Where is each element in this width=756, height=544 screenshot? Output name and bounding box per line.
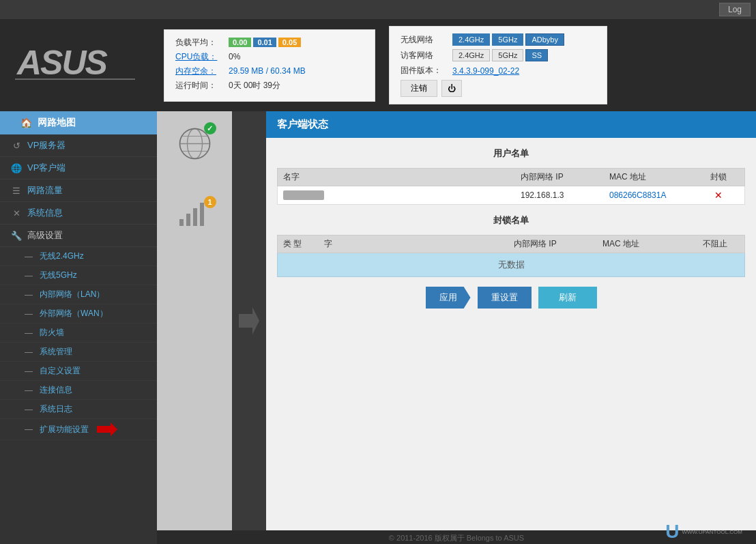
sidebar-item-advanced[interactable]: 🔧 高级设置 bbox=[0, 225, 157, 247]
header: ASUS 负载平均： 0.00 0.01 0.05 CPU负载： 0% 内存空余… bbox=[0, 19, 756, 111]
sidebar-sub-wan-label: 外部网络（WAN） bbox=[40, 308, 108, 319]
wifi-buttons: 2.4GHz 5GHz ADbyby bbox=[452, 33, 564, 46]
blocked-table-header: 类 型 字 内部网络 IP MAC 地址 不阻止 bbox=[277, 235, 745, 253]
wireless-box: 无线网络 2.4GHz 5GHz ADbyby 访客网络 2.4GHz 5GHz… bbox=[389, 26, 607, 104]
col-name2: 字 bbox=[324, 238, 514, 250]
refresh-button[interactable]: 刷新 bbox=[538, 287, 597, 309]
action-buttons-row: 应用 重设置 刷新 bbox=[277, 287, 745, 309]
sidebar-sub-firewall[interactable]: — 防火墙 bbox=[0, 324, 157, 343]
svg-marker-13 bbox=[239, 307, 259, 334]
guest-2.4ghz-button[interactable]: 2.4GHz bbox=[452, 49, 490, 61]
cpu-label[interactable]: CPU负载： bbox=[175, 51, 223, 63]
firmware-label: 固件版本： bbox=[401, 65, 448, 76]
user-list-title: 用户名单 bbox=[277, 145, 745, 162]
user-ip-cell: 192.168.1.3 bbox=[521, 190, 609, 200]
blurred-name bbox=[283, 190, 324, 200]
dash-icon-3: — bbox=[25, 309, 33, 319]
power-button[interactable]: ⏻ bbox=[441, 80, 462, 97]
sidebar-sub-syslog[interactable]: — 系统日志 bbox=[0, 400, 157, 419]
guest-buttons: 2.4GHz 5GHz SS bbox=[452, 49, 548, 61]
sidebar-header-networkmap[interactable]: 🏠 网路地图 bbox=[0, 111, 157, 134]
log-button[interactable]: Log bbox=[719, 3, 751, 16]
vpclient-icon: 🌐 bbox=[11, 163, 22, 173]
logo-area: ASUS bbox=[14, 42, 150, 89]
col-block: 封锁 bbox=[698, 171, 739, 183]
content-area: ✓ 1 bbox=[157, 111, 756, 544]
sidebar-sub-lan-label: 内部网络（LAN） bbox=[40, 289, 104, 300]
sidebar-sub-wifi5-label: 无线5GHz bbox=[40, 270, 77, 281]
vpserver-icon: ↺ bbox=[11, 141, 22, 151]
load-badges: 0.00 0.01 0.05 bbox=[229, 38, 301, 47]
col-name: 名字 bbox=[283, 171, 521, 183]
upantool-logo: U WWW.UPANTOOL.COM bbox=[665, 521, 742, 543]
col-unblock: 不阻止 bbox=[691, 238, 739, 250]
guest-5ghz-button[interactable]: 5GHz bbox=[492, 49, 523, 61]
apply-button[interactable]: 应用 bbox=[426, 287, 471, 309]
sidebar-item-sysinfo[interactable]: ✕ 系统信息 bbox=[0, 202, 157, 225]
sidebar-sub-conninfo[interactable]: — 连接信息 bbox=[0, 381, 157, 400]
wifi-map-icon: 1 bbox=[176, 199, 214, 231]
user-mac-cell: 086266C8831A bbox=[609, 190, 698, 200]
col-ip2: 内部网络 IP bbox=[514, 238, 602, 250]
col-ip: 内部网络 IP bbox=[521, 171, 609, 183]
svg-rect-10 bbox=[186, 214, 190, 226]
sidebar-item-vpserver-label: VP服务器 bbox=[27, 139, 66, 152]
firmware-value[interactable]: 3.4.3.9-099_02-22 bbox=[452, 66, 519, 76]
load-badge-1: 0.01 bbox=[253, 38, 276, 47]
uptime-value: 0天 00时 39分 bbox=[229, 80, 280, 91]
blocked-title: 封锁名单 bbox=[277, 212, 745, 229]
wifi-2.4ghz-button[interactable]: 2.4GHz bbox=[452, 33, 490, 46]
map-and-panel: ✓ 1 bbox=[157, 111, 756, 530]
dash-icon-4: — bbox=[25, 328, 33, 338]
sidebar-sub-custom[interactable]: — 自定义设置 bbox=[0, 362, 157, 381]
uptime-label: 运行时间： bbox=[175, 80, 223, 91]
upantool-sub: WWW.UPANTOOL.COM bbox=[682, 529, 742, 535]
footer: © 2011-2016 版权属于 Belongs to ASUS U WWW.U… bbox=[157, 530, 756, 544]
wifi-5ghz-button[interactable]: 5GHz bbox=[492, 33, 523, 46]
sidebar-sub-sysadmin-label: 系统管理 bbox=[40, 346, 72, 358]
client-status-body: 用户名单 名字 内部网络 IP MAC 地址 封锁 192.168.1.3 bbox=[266, 138, 756, 530]
blocked-list-section: 封锁名单 类 型 字 内部网络 IP MAC 地址 不阻止 无数据 bbox=[277, 212, 745, 277]
dash-icon-8: — bbox=[25, 405, 33, 414]
wifi-count-badge: 1 bbox=[204, 196, 216, 208]
sidebar-sub-wifi5[interactable]: — 无线5GHz bbox=[0, 266, 157, 285]
table-row: 192.168.1.3 086266C8831A ✕ bbox=[277, 186, 745, 205]
dash-icon-9: — bbox=[25, 425, 33, 434]
no-data-row: 无数据 bbox=[277, 253, 745, 277]
client-status-title: 客户端状态 bbox=[277, 118, 328, 130]
sidebar-sub-sysadmin[interactable]: — 系统管理 bbox=[0, 343, 157, 362]
guest-label: 访客网络 bbox=[401, 50, 448, 61]
dash-icon-2: — bbox=[25, 290, 33, 300]
copyright-text: © 2011-2016 版权属于 Belongs to ASUS bbox=[389, 534, 524, 542]
sidebar-sub-wan[interactable]: — 外部网络（WAN） bbox=[0, 304, 157, 324]
sidebar: 🏠 网路地图 ↺ VP服务器 🌐 VP客户端 ☰ 网路流量 ✕ 系统信息 🔧 高… bbox=[0, 111, 157, 544]
user-block-cell[interactable]: ✕ bbox=[698, 190, 739, 201]
sidebar-sub-lan[interactable]: — 内部网络（LAN） bbox=[0, 285, 157, 304]
sidebar-item-vpclient-label: VP客户端 bbox=[27, 162, 66, 174]
memory-value: 29.59 MB / 60.34 MB bbox=[229, 66, 306, 76]
sidebar-sub-syslog-label: 系统日志 bbox=[40, 403, 72, 415]
wifi-label: 无线网络 bbox=[401, 34, 448, 46]
stats-box: 负载平均： 0.00 0.01 0.05 CPU负载： 0% 内存空余： 29.… bbox=[164, 29, 375, 102]
sidebar-item-advanced-label: 高级设置 bbox=[27, 229, 63, 242]
col-mac: MAC 地址 bbox=[609, 171, 698, 183]
guest-ss-button[interactable]: SS bbox=[525, 49, 548, 61]
dash-icon-7: — bbox=[25, 386, 33, 395]
reset-button[interactable]: 重设置 bbox=[478, 287, 532, 309]
sidebar-item-sysinfo-label: 系统信息 bbox=[27, 207, 63, 219]
sidebar-title: 网路地图 bbox=[38, 117, 76, 129]
wifi-adbyby-button[interactable]: ADbyby bbox=[525, 33, 564, 46]
svg-rect-11 bbox=[193, 208, 197, 226]
sidebar-item-traffic[interactable]: ☰ 网路流量 bbox=[0, 180, 157, 202]
sidebar-item-vpclient[interactable]: 🌐 VP客户端 bbox=[0, 157, 157, 180]
logout-button[interactable]: 注销 bbox=[401, 80, 437, 97]
sidebar-sub-extend[interactable]: — 扩展功能设置 bbox=[0, 419, 157, 440]
connected-badge: ✓ bbox=[204, 122, 216, 134]
sidebar-sub-wifi24[interactable]: — 无线2.4GHz bbox=[0, 247, 157, 266]
memory-label[interactable]: 内存空余： bbox=[175, 66, 223, 77]
dash-icon-0: — bbox=[25, 252, 33, 261]
sidebar-sub-wifi24-label: 无线2.4GHz bbox=[40, 250, 84, 262]
connection-arrow bbox=[239, 300, 259, 341]
sysinfo-icon: ✕ bbox=[11, 208, 22, 218]
sidebar-item-vpserver[interactable]: ↺ VP服务器 bbox=[0, 134, 157, 157]
